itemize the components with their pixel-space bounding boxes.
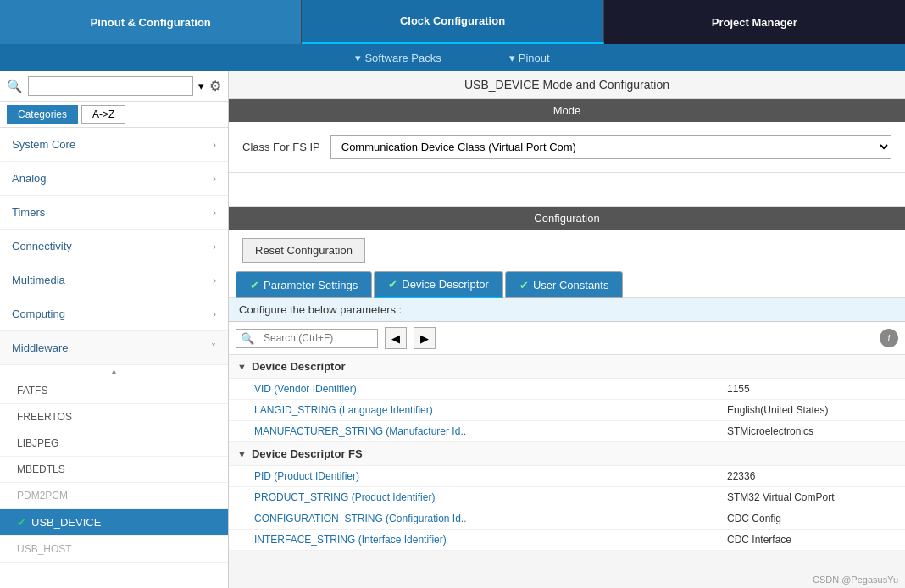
filter-prev-button[interactable]: ◀ — [385, 327, 407, 349]
check-icon: ✔ — [250, 279, 259, 291]
filter-input[interactable] — [258, 330, 377, 347]
submenu-mbedtls[interactable]: MBEDTLS — [0, 457, 228, 483]
submenu-usb-host: USB_HOST — [0, 536, 228, 563]
table-row: PID (Product IDentifier) 22336 — [229, 466, 905, 487]
config-section: Reset Configuration ✔ Parameter Settings… — [229, 230, 905, 551]
submenu-pdm2pcm: PDM2PCM — [0, 483, 228, 509]
reset-config-button[interactable]: Reset Configuration — [242, 238, 365, 263]
sidebar-item-multimedia[interactable]: Multimedia › — [0, 263, 228, 297]
sidebar-submenu-middleware: ▲ FATFS FREERTOS LIBJPEG MBEDTLS PDM2PCM… — [0, 365, 228, 563]
tab-az[interactable]: A->Z — [81, 105, 125, 124]
chevron-icon: › — [213, 139, 216, 151]
subnav-software-packs[interactable]: ▾ Software Packs — [355, 52, 441, 64]
search-filter-row: 🔍 ◀ ▶ i — [229, 322, 905, 355]
config-section-header: Configuration — [229, 207, 905, 230]
table-row: MANUFACTURER_STRING (Manufacturer Id.. S… — [229, 421, 905, 442]
collapse-icon: ▼ — [237, 449, 247, 459]
sidebar-list: System Core › Analog › Timers › Connecti… — [0, 128, 228, 588]
filter-search-icon: 🔍 — [236, 330, 258, 347]
class-label: Class For FS IP — [242, 141, 320, 153]
nav-pinout-config[interactable]: Pinout & Configuration — [0, 0, 302, 44]
filter-next-button[interactable]: ▶ — [414, 327, 436, 349]
tab-categories[interactable]: Categories — [7, 105, 78, 124]
submenu-usb-device[interactable]: ✔ USB_DEVICE — [0, 509, 228, 536]
table-row: INTERFACE_STRING (Interface Identifier) … — [229, 530, 905, 551]
watermark: CSDN @PegasusYu — [813, 574, 898, 585]
sidebar: 🔍 ▾ ⚙ Categories A->Z System Core › Anal… — [0, 71, 229, 588]
table-row: PRODUCT_STRING (Product Identifier) STM3… — [229, 487, 905, 508]
scroll-up-icon[interactable]: ▲ — [0, 365, 228, 378]
tab-user-constants[interactable]: ✔ User Constants — [505, 271, 624, 298]
chevron-icon: › — [213, 308, 216, 320]
device-descriptor-fs-header[interactable]: ▼ Device Descriptor FS — [229, 442, 905, 466]
info-button[interactable]: i — [880, 329, 898, 347]
main-content: USB_DEVICE Mode and Configuration Mode C… — [229, 71, 905, 588]
table-row: LANGID_STRING (Language Identifier) Engl… — [229, 400, 905, 421]
collapse-icon: ▼ — [237, 362, 247, 372]
params-bar: Configure the below parameters : — [229, 298, 905, 322]
submenu-fatfs[interactable]: FATFS — [0, 378, 228, 404]
nav-project-manager[interactable]: Project Manager — [604, 0, 905, 44]
subnav-pinout[interactable]: ▾ Pinout — [509, 52, 550, 64]
main-layout: 🔍 ▾ ⚙ Categories A->Z System Core › Anal… — [0, 71, 905, 588]
sidebar-item-computing[interactable]: Computing › — [0, 297, 228, 331]
sidebar-item-system-core[interactable]: System Core › — [0, 128, 228, 162]
submenu-libjpeg[interactable]: LIBJPEG — [0, 430, 228, 457]
table-row: CONFIGURATION_STRING (Configuration Id..… — [229, 508, 905, 530]
table-row: VID (Vendor IDentifier) 1155 — [229, 379, 905, 400]
check-icon: ✔ — [388, 278, 397, 291]
chevron-icon: › — [213, 241, 216, 252]
mode-section-header: Mode — [229, 99, 905, 122]
device-descriptor-header[interactable]: ▼ Device Descriptor — [229, 355, 905, 379]
search-icon: 🔍 — [7, 79, 23, 94]
sidebar-item-analog[interactable]: Analog › — [0, 162, 228, 196]
config-tabs-row: ✔ Parameter Settings ✔ Device Descriptor… — [229, 271, 905, 298]
nav-clock-config[interactable]: Clock Configuration — [302, 0, 603, 44]
filter-search-wrap: 🔍 — [236, 329, 378, 348]
top-nav: Pinout & Configuration Clock Configurati… — [0, 0, 905, 44]
tab-parameter-settings[interactable]: ✔ Parameter Settings — [236, 271, 372, 298]
chevron-icon: › — [213, 207, 216, 219]
sidebar-item-connectivity[interactable]: Connectivity › — [0, 230, 228, 263]
sub-nav: ▾ Software Packs ▾ Pinout — [0, 44, 905, 71]
sidebar-tab-row: Categories A->Z — [0, 102, 228, 128]
submenu-freertos[interactable]: FREERTOS — [0, 404, 228, 430]
gear-icon[interactable]: ⚙ — [209, 78, 221, 94]
search-input[interactable] — [28, 76, 193, 96]
sidebar-item-middleware[interactable]: Middleware ˅ — [0, 331, 228, 365]
check-icon: ✔ — [17, 516, 26, 529]
panel-title: USB_DEVICE Mode and Configuration — [229, 71, 905, 99]
mode-section: Class For FS IP Communication Device Cla… — [229, 122, 905, 173]
chevron-icon: › — [213, 173, 216, 185]
class-select[interactable]: Communication Device Class (Virtual Port… — [330, 135, 891, 159]
chevron-icon: › — [213, 275, 216, 286]
tab-device-descriptor[interactable]: ✔ Device Descriptor — [374, 271, 503, 298]
search-bar: 🔍 ▾ ⚙ — [0, 71, 228, 102]
sidebar-item-timers[interactable]: Timers › — [0, 196, 228, 230]
check-icon: ✔ — [519, 279, 529, 291]
chevron-down-icon: ˅ — [211, 342, 216, 354]
device-table: ▼ Device Descriptor VID (Vendor IDentifi… — [229, 355, 905, 551]
